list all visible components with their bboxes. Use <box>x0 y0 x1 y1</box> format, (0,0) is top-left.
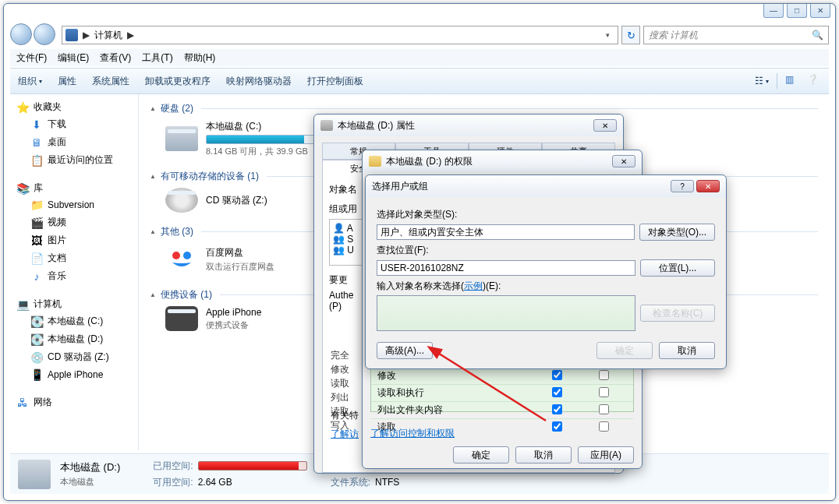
item-sub: 便携式设备 <box>206 319 261 331</box>
menu-file[interactable]: 文件(F) <box>16 51 47 65</box>
object-type-label: 选择此对象类型(S): <box>377 208 715 221</box>
sidebar-videos[interactable]: 🎬视频 <box>13 213 135 231</box>
drive-icon: 💽 <box>30 333 43 346</box>
object-name-label: 输入对象名称来选择(示例)(E): <box>377 280 715 293</box>
status-name: 本地磁盘 (D:) <box>60 460 120 474</box>
sidebar-libraries[interactable]: 📚库 <box>13 180 135 196</box>
maximize-button[interactable]: □ <box>787 4 807 18</box>
tool-uninstall[interactable]: 卸载或更改程序 <box>145 75 211 88</box>
close-button[interactable]: ✕ <box>810 4 830 18</box>
back-button[interactable] <box>10 23 32 45</box>
change-label: 要更 <box>329 274 348 285</box>
sidebar-subversion[interactable]: 📁Subversion <box>13 196 135 213</box>
drive-free-text: 8.14 GB 可用，共 39.9 GB <box>206 146 331 157</box>
deny-checkbox[interactable] <box>599 370 609 380</box>
locations-button[interactable]: 位置(L)... <box>640 259 715 277</box>
sidebar-pictures[interactable]: 🖼图片 <box>13 231 135 249</box>
sidebar-iphone[interactable]: 📱Apple iPhone <box>13 366 135 383</box>
drive-usage-bar <box>206 135 331 144</box>
tool-map-drive[interactable]: 映射网络驱动器 <box>226 75 292 88</box>
dialog-titlebar[interactable]: 选择用户或组 ? ✕ <box>366 175 726 197</box>
search-placeholder: 搜索 计算机 <box>649 29 698 42</box>
perm-list-folder: 列出文件夹内容 <box>377 404 533 417</box>
allow-checkbox[interactable] <box>552 421 562 432</box>
breadcrumb-sep: ▶ <box>83 30 90 41</box>
tool-properties[interactable]: 属性 <box>58 75 76 88</box>
example-link[interactable]: 示例 <box>464 280 483 291</box>
close-button[interactable]: ✕ <box>593 119 617 132</box>
drive-icon <box>165 126 198 151</box>
deny-checkbox[interactable] <box>599 421 609 432</box>
recent-icon: 📋 <box>30 154 43 167</box>
sidebar-favorites[interactable]: ⭐收藏夹 <box>13 99 135 115</box>
location-input[interactable] <box>377 260 635 276</box>
deny-checkbox[interactable] <box>599 404 609 414</box>
sidebar-music[interactable]: ♪音乐 <box>13 267 135 285</box>
menu-view[interactable]: 查看(V) <box>100 51 131 65</box>
deny-checkbox[interactable] <box>599 387 609 397</box>
cd-icon: 💿 <box>30 351 43 364</box>
library-icon: 📚 <box>16 182 29 195</box>
menu-help[interactable]: 帮助(H) <box>184 51 216 65</box>
cancel-button[interactable]: 取消 <box>515 446 572 463</box>
status-type: 本地磁盘 <box>60 476 120 488</box>
close-button[interactable]: ✕ <box>612 155 635 167</box>
minimize-button[interactable]: — <box>763 4 784 18</box>
forward-button[interactable] <box>34 23 55 45</box>
menu-tools[interactable]: 工具(T) <box>142 51 172 65</box>
cd-drive-icon <box>165 188 198 213</box>
search-input[interactable]: 搜索 计算机 🔍 <box>643 26 829 44</box>
star-icon: ⭐ <box>16 101 29 114</box>
perm-read-execute: 读取和执行 <box>377 386 533 400</box>
phone-icon: 📱 <box>30 368 43 381</box>
sidebar-downloads[interactable]: ⬇下载 <box>13 115 135 133</box>
dialog-titlebar[interactable]: 本地磁盘 (D:) 的权限 ✕ <box>363 150 642 172</box>
object-types-button[interactable]: 对象类型(O)... <box>639 224 715 241</box>
menu-bar: 文件(F) 编辑(E) 查看(V) 工具(T) 帮助(H) <box>10 49 829 66</box>
learn-access-control-link[interactable]: 了解访问控制和权限 <box>370 427 455 440</box>
sidebar-computer[interactable]: 💻计算机 <box>13 296 135 312</box>
sidebar: ⭐收藏夹 ⬇下载 🖥桌面 📋最近访问的位置 📚库 📁Subversion 🎬视频… <box>10 94 139 450</box>
sidebar-drive-d[interactable]: 💽本地磁盘 (D:) <box>13 330 135 348</box>
item-name: 百度网盘 <box>206 246 274 259</box>
sidebar-drive-z[interactable]: 💿CD 驱动器 (Z:) <box>13 348 135 366</box>
allow-checkbox[interactable] <box>552 387 562 397</box>
tool-control-panel[interactable]: 打开控制面板 <box>307 75 363 88</box>
drive-icon <box>18 460 51 489</box>
cancel-button[interactable]: 取消 <box>659 342 715 359</box>
tool-organize[interactable]: 组织▾ <box>18 75 42 88</box>
menu-edit[interactable]: 编辑(E) <box>58 51 89 65</box>
address-bar[interactable]: ▶ 计算机 ▶ ▾ <box>62 26 618 44</box>
breadcrumb-sep: ▶ <box>127 30 134 41</box>
group-label: 组或用 <box>329 203 357 214</box>
advanced-button[interactable]: 高级(A)... <box>377 342 433 359</box>
sidebar-documents[interactable]: 📄文档 <box>13 249 135 267</box>
object-type-input[interactable] <box>377 224 635 240</box>
tool-system-properties[interactable]: 系统属性 <box>92 75 129 88</box>
allow-checkbox[interactable] <box>552 404 562 414</box>
dialog-titlebar[interactable]: 本地磁盘 (D:) 属性 ✕ <box>314 115 623 136</box>
search-icon[interactable]: 🔍 <box>812 30 823 41</box>
close-button[interactable]: ✕ <box>696 180 720 192</box>
address-dropdown[interactable]: ▾ <box>600 31 614 39</box>
sidebar-recent[interactable]: 📋最近访问的位置 <box>13 151 135 169</box>
computer-icon <box>65 29 78 41</box>
allow-checkbox[interactable] <box>552 370 562 380</box>
ok-button[interactable]: 确定 <box>453 446 509 463</box>
sidebar-network[interactable]: 🖧网络 <box>13 394 135 411</box>
location-label: 查找位置(F): <box>377 244 715 257</box>
select-user-dialog: 选择用户或组 ? ✕ 选择此对象类型(S): 对象类型(O)... 查找位置(F… <box>365 174 727 369</box>
help-icon[interactable]: ❔ <box>807 74 821 88</box>
document-icon: 📄 <box>30 252 43 265</box>
sidebar-drive-c[interactable]: 💽本地磁盘 (C:) <box>13 312 135 330</box>
sidebar-desktop[interactable]: 🖥桌面 <box>13 133 135 151</box>
object-name-input[interactable] <box>377 295 635 331</box>
view-mode-button[interactable]: ☷ ▾ <box>755 76 769 86</box>
apply-button[interactable]: 应用(A) <box>578 446 634 463</box>
help-button[interactable]: ? <box>671 180 694 192</box>
preview-pane-icon[interactable]: ▥ <box>785 74 799 88</box>
refresh-button[interactable]: ↻ <box>621 26 640 44</box>
learn-link[interactable]: 了解访 <box>331 428 359 441</box>
breadcrumb-computer[interactable]: 计算机 <box>94 29 122 42</box>
desktop-icon: 🖥 <box>30 136 43 149</box>
